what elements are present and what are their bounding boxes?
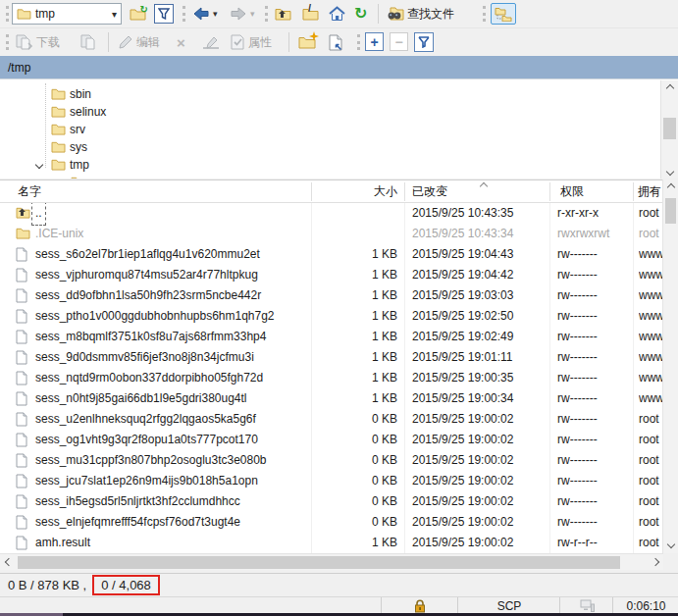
file-perms: rw------- bbox=[557, 409, 598, 430]
table-row[interactable]: sess_vjphuromqu87t4msu52ar4r77hltpkug1 K… bbox=[0, 265, 662, 285]
table-row[interactable]: .ICE-unix2015/9/25 10:43:34rwxrwxrwtroot bbox=[0, 224, 662, 244]
file-icon bbox=[16, 350, 27, 365]
column-header-name[interactable]: 名字 bbox=[18, 180, 41, 202]
toolbar-grip[interactable] bbox=[6, 6, 9, 22]
chevron-down-icon[interactable]: ▾ bbox=[108, 9, 121, 20]
file-changed: 2015/9/25 19:00:02 bbox=[412, 471, 513, 491]
file-changed: 2015/9/25 19:00:02 bbox=[412, 430, 513, 450]
file-changed: 2015/9/25 10:43:35 bbox=[412, 203, 513, 224]
selection-status-bar: 0 B / 878 KB , 0 / 4,068 bbox=[0, 573, 678, 596]
toolbar-grip[interactable] bbox=[357, 34, 360, 50]
file-name: sess_elnjefqmrefff54fcpsf76od7t3ugt4e bbox=[35, 512, 240, 533]
back-button[interactable]: ▾ bbox=[190, 3, 220, 25]
tree-scrollbar[interactable] bbox=[660, 80, 678, 179]
table-row[interactable]: sess_s6o2el7br1iep1aflqg4u1v620mmu2et1 K… bbox=[0, 244, 662, 265]
tree-view-toggle-button[interactable] bbox=[491, 3, 516, 25]
toolbar-grip[interactable] bbox=[183, 6, 185, 22]
table-row[interactable]: amh.result1 KB2015/9/25 19:00:02rw-r--r-… bbox=[0, 533, 662, 553]
chevron-down-icon[interactable]: ▾ bbox=[213, 9, 218, 19]
scroll-up-icon[interactable] bbox=[663, 180, 678, 195]
column-header-changed[interactable]: 已改变 bbox=[412, 180, 447, 202]
download-options-button bbox=[78, 31, 100, 53]
address-bar[interactable]: /tmp bbox=[0, 56, 678, 78]
toolbar-grip[interactable] bbox=[265, 6, 268, 22]
column-header-size[interactable]: 大小 bbox=[311, 180, 397, 202]
table-row[interactable]: sess_ptho1v000ggdubhobnhupbs6hm1qh7g21 K… bbox=[0, 306, 662, 327]
file-size: 0 KB bbox=[311, 471, 397, 491]
file-name: sess_nqtd9rm0obon337ddorpibho05fgh72d bbox=[35, 368, 263, 388]
file-perms: rw------- bbox=[557, 471, 598, 491]
funnel-icon bbox=[158, 8, 170, 20]
tree-scrollbar-thumb[interactable] bbox=[663, 118, 676, 139]
table-row[interactable]: sess_nqtd9rm0obon337ddorpibho05fgh72d1 K… bbox=[0, 368, 662, 388]
file-owner: root bbox=[639, 471, 662, 491]
table-row[interactable]: sess_ih5egsd5rl5nljrtkt3hf2cclumdhhcc0 K… bbox=[0, 491, 662, 512]
table-row[interactable]: sess_elnjefqmrefff54fcpsf76od7t3ugt4e0 K… bbox=[0, 512, 662, 533]
column-filter-button[interactable] bbox=[414, 32, 434, 52]
horizontal-scrollbar-thumb[interactable] bbox=[18, 556, 620, 569]
toolbar-grip[interactable] bbox=[6, 34, 9, 50]
increase-button[interactable]: + bbox=[365, 32, 384, 51]
chevron-down-icon[interactable] bbox=[35, 161, 43, 169]
filter-button[interactable] bbox=[154, 4, 174, 24]
file-perms: rw------- bbox=[557, 285, 598, 306]
table-row[interactable]: sess_jcu7slat1ep26n9m4ijs9b018h5a1opn0 K… bbox=[0, 471, 662, 491]
file-icon bbox=[16, 268, 27, 282]
parent-directory-icon bbox=[16, 206, 30, 219]
edit-button: 编辑 bbox=[116, 31, 162, 53]
file-changed: 2015/9/25 19:00:02 bbox=[412, 491, 513, 512]
close-icon: × bbox=[177, 35, 185, 50]
file-name: sess_ptho1v000ggdubhobnhupbs6hm1qh7g2 bbox=[35, 306, 275, 327]
table-row[interactable]: sess_n0ht9j85gai66db1l9e5gdri380ug4tl1 K… bbox=[0, 388, 662, 409]
directory-combobox[interactable]: tmp ▾ bbox=[12, 3, 122, 25]
column-header-owner[interactable]: 拥有 bbox=[638, 180, 662, 202]
table-row[interactable]: sess_mu31cppf3n807bhp2osoglu3tc3e080b0 K… bbox=[0, 450, 662, 471]
forward-arrow-icon bbox=[230, 6, 247, 22]
table-row[interactable]: sess_u2enlhneksquq2rfgg2lqgaos5ka5g6f0 K… bbox=[0, 409, 662, 430]
tree-item-label: selinux bbox=[70, 105, 106, 119]
open-directory-button[interactable]: ↻ bbox=[128, 3, 148, 25]
new-folder-button[interactable] bbox=[296, 31, 318, 53]
folder-icon bbox=[51, 158, 66, 174]
table-row[interactable]: sess_dd9ofbhn1lsa50h9fh23srm5ncbe442r1 K… bbox=[0, 285, 662, 306]
file-icon bbox=[16, 371, 27, 385]
file-list-scrollbar-thumb[interactable] bbox=[665, 198, 676, 224]
horizontal-scrollbar[interactable] bbox=[0, 553, 663, 570]
rename-button bbox=[200, 31, 222, 53]
scroll-right-icon[interactable] bbox=[647, 554, 663, 570]
directory-tree: sbinselinuxsrvsystmp bbox=[0, 78, 678, 179]
file-icon bbox=[16, 288, 27, 303]
current-path: /tmp bbox=[8, 61, 30, 75]
scroll-up-icon[interactable] bbox=[661, 80, 678, 96]
toolbar-separator bbox=[378, 4, 379, 24]
file-icon bbox=[16, 494, 27, 509]
table-row[interactable]: ..2015/9/25 10:43:35r-xr-xr-xroot bbox=[0, 203, 662, 224]
home-icon bbox=[329, 6, 345, 22]
scrollbar-corner bbox=[663, 553, 678, 570]
tree-item-label: sbin bbox=[70, 87, 91, 101]
scroll-down-icon[interactable] bbox=[661, 164, 678, 179]
properties-icon bbox=[230, 34, 245, 50]
file-list-scrollbar[interactable] bbox=[662, 180, 678, 553]
root-directory-button[interactable]: / bbox=[300, 3, 321, 25]
find-files-button[interactable]: 查找文件 bbox=[385, 3, 456, 25]
home-button[interactable] bbox=[327, 3, 347, 25]
toolbar-grip[interactable] bbox=[483, 6, 486, 22]
file-perms: rw------- bbox=[557, 388, 598, 409]
table-row[interactable]: sess_m8bqmlf3751k0sf8u7ajs68rfmm33hp41 K… bbox=[0, 327, 662, 347]
status-empty-panel bbox=[0, 597, 381, 614]
file-size: 0 KB bbox=[311, 512, 397, 533]
parent-directory-button[interactable] bbox=[273, 3, 293, 25]
go-to-file-button[interactable] bbox=[326, 31, 345, 53]
column-header-perms[interactable]: 权限 bbox=[560, 180, 584, 202]
tree-guide-line bbox=[45, 83, 46, 168]
scroll-down-icon[interactable] bbox=[663, 537, 678, 552]
table-row[interactable]: sess_og1vht9g3qr2f8opu1a0ts777pcot1700 K… bbox=[0, 430, 662, 450]
file-perms: rw------- bbox=[557, 244, 598, 265]
properties-button: 属性 bbox=[228, 31, 274, 53]
refresh-button[interactable]: ↻ bbox=[352, 3, 369, 25]
file-name: sess_og1vht9g3qr2f8opu1a0ts777pcot170 bbox=[35, 430, 258, 450]
folder-icon bbox=[16, 227, 30, 239]
scroll-left-icon[interactable] bbox=[0, 554, 17, 570]
table-row[interactable]: sess_9d0dsmmv85fi6jef3no8j8n34jcfmu3i1 K… bbox=[0, 347, 662, 368]
